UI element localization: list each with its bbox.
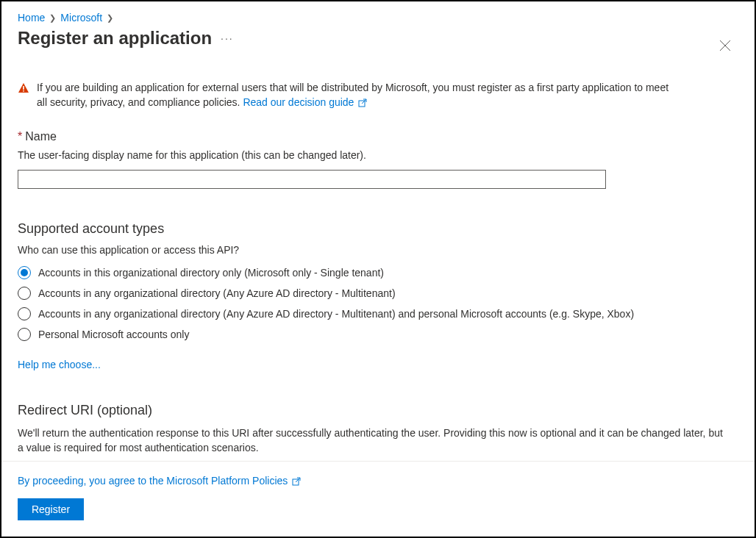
breadcrumb-home[interactable]: Home <box>18 12 45 24</box>
warning-icon <box>18 82 29 94</box>
external-link-icon <box>292 477 301 486</box>
radio-label: Accounts in any organizational directory… <box>38 287 396 299</box>
more-actions-button[interactable]: ··· <box>221 32 234 44</box>
radio-icon <box>18 328 31 341</box>
page-title: Register an application <box>18 28 212 49</box>
svg-line-8 <box>296 478 300 482</box>
page-header: Register an application ··· <box>1 24 755 49</box>
account-type-option-3[interactable]: Personal Microsoft accounts only <box>18 328 738 341</box>
breadcrumb: Home ❯ Microsoft ❯ <box>1 1 755 24</box>
decision-guide-link[interactable]: Read our decision guide <box>243 96 367 108</box>
radio-label: Personal Microsoft accounts only <box>38 329 189 340</box>
svg-line-6 <box>362 99 366 104</box>
radio-icon <box>18 307 31 320</box>
external-link-icon <box>358 98 367 107</box>
chevron-right-icon: ❯ <box>49 13 56 23</box>
account-type-option-2[interactable]: Accounts in any organizational directory… <box>18 307 738 320</box>
close-icon <box>719 40 731 51</box>
platform-policies-link[interactable]: By proceeding, you agree to the Microsof… <box>18 475 301 487</box>
register-button[interactable]: Register <box>18 498 84 520</box>
info-banner: If you are building an application for e… <box>18 81 738 110</box>
account-types-title: Supported account types <box>18 221 738 237</box>
name-description: The user-facing display name for this ap… <box>18 149 738 161</box>
form-scroll-area[interactable]: If you are building an application for e… <box>1 75 755 457</box>
close-button[interactable] <box>715 35 735 60</box>
account-types-subtitle: Who can use this application or access t… <box>18 244 738 256</box>
chevron-right-icon: ❯ <box>107 13 113 23</box>
radio-label: Accounts in this organizational director… <box>38 267 384 279</box>
breadcrumb-microsoft[interactable]: Microsoft <box>60 12 102 24</box>
radio-icon <box>18 266 31 279</box>
required-mark: * <box>18 130 22 143</box>
name-label: * Name <box>18 130 738 143</box>
redirect-uri-title: Redirect URI (optional) <box>18 403 738 418</box>
redirect-uri-description: We'll return the authentication response… <box>18 426 724 456</box>
radio-icon <box>18 287 31 300</box>
svg-rect-4 <box>23 90 24 92</box>
help-me-choose-link[interactable]: Help me choose... <box>18 359 101 370</box>
svg-rect-3 <box>23 86 24 90</box>
name-input[interactable] <box>18 170 606 189</box>
account-type-option-1[interactable]: Accounts in any organizational directory… <box>18 287 738 300</box>
radio-label: Accounts in any organizational directory… <box>38 308 634 320</box>
account-type-option-0[interactable]: Accounts in this organizational director… <box>18 266 738 279</box>
footer: By proceeding, you agree to the Microsof… <box>1 461 755 537</box>
